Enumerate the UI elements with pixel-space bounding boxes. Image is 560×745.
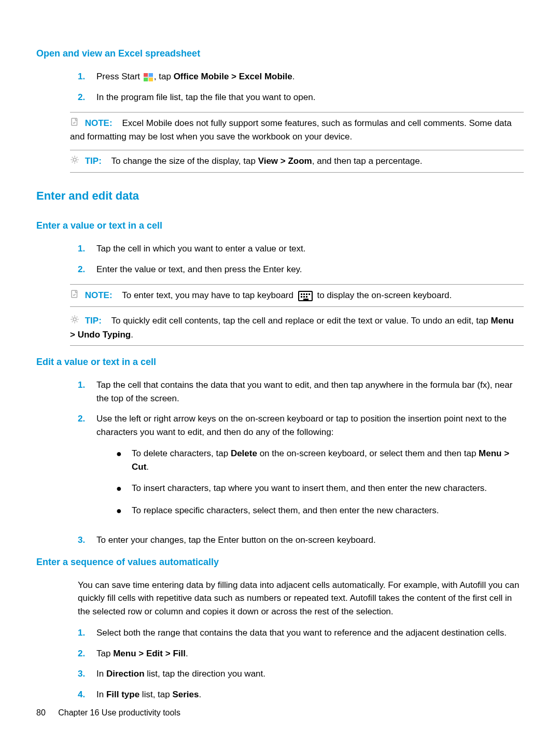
keyboard-icon [298,291,313,301]
sub-bullets: ● To delete characters, tap Delete on th… [116,447,524,518]
tip-callout: TIP: To quickly edit cell contents, tap … [70,314,524,346]
svg-rect-10 [72,290,77,298]
note-icon [70,289,79,303]
step-text: In Fill type list, tap Series. [96,688,524,701]
chapter-title: Chapter 16 Use productivity tools [58,708,180,717]
step-number: 1. [78,242,94,256]
text: . [292,72,295,81]
note-label: NOTE: [85,290,113,300]
bullet-text: To delete characters, tap Delete on the … [132,447,524,473]
svg-line-6 [72,157,73,158]
note-callout: NOTE: Excel Mobile does not fully suppor… [70,112,524,144]
bold-text: Office Mobile > Excel Mobile [174,72,292,81]
svg-line-18 [72,321,73,322]
list-item: 3. In Direction list, tap the direction … [78,667,524,681]
heading-enter-edit: Enter and edit data [36,187,524,204]
step-text: Use the left or right arrow keys on the … [96,412,524,526]
step-number: 1. [78,378,94,405]
list-item: 1. Select both the range that contains t… [78,626,524,640]
bullet-text: To replace specific characters, select t… [132,504,439,518]
tip-text: To quickly edit cell contents, tap the c… [70,316,514,339]
svg-line-17 [77,321,78,322]
note-icon [70,117,79,131]
list-item: ● To delete characters, tap Delete on th… [116,447,524,473]
list-item: 3. To enter your changes, tap the Enter … [78,533,524,547]
svg-point-11 [73,318,76,321]
svg-line-8 [72,161,73,162]
svg-line-9 [77,157,78,158]
svg-point-1 [73,158,76,161]
steps-sequence: 1. Select both the range that contains t… [78,626,524,701]
list-item: ● To replace specific characters, select… [116,504,524,518]
page-footer: 80 Chapter 16 Use productivity tools [36,707,180,719]
bullet: ● [116,447,132,473]
step-number: 1. [78,70,94,83]
list-item: 2. Use the left or right arrow keys on t… [78,412,524,526]
note-text: Excel Mobile does not fully support some… [70,118,512,142]
step-number: 2. [78,412,94,526]
list-item: 2. Tap Menu > Edit > Fill. [78,647,524,660]
note-callout: NOTE: To enter text, you may have to tap… [70,284,524,307]
text: Press Start [96,72,143,81]
step-number: 2. [78,647,94,660]
page-number: 80 [36,708,46,717]
svg-line-7 [77,161,78,162]
step-text: Select both the range that contains the … [96,626,524,640]
steps-enter-value: 1. Tap the cell in which you want to ent… [78,242,524,276]
svg-line-19 [77,317,78,318]
note-label: NOTE: [85,118,113,128]
list-item: 2. Enter the value or text, and then pre… [78,263,524,276]
bullet-text: To insert characters, tap where you want… [132,482,487,496]
svg-line-16 [72,317,73,318]
step-text: Tap Menu > Edit > Fill. [96,647,524,660]
steps-open-view: 1. Press Start , tap Office Mobile > Exc… [78,70,524,104]
bullet: ● [116,504,132,518]
tip-icon [70,315,79,328]
tip-icon [70,155,79,168]
list-item: ● To insert characters, tap where you wa… [116,482,524,496]
intro-text: You can save time entering data by filli… [78,579,524,619]
step-number: 4. [78,688,94,701]
heading-sequence: Enter a sequence of values automatically [36,555,524,569]
step-number: 2. [78,263,94,276]
tip-label: TIP: [85,156,102,166]
step-text: Tap the cell that contains the data that… [96,378,524,405]
step-text: In Direction list, tap the direction you… [96,667,524,681]
step-text: To enter your changes, tap the Enter but… [96,533,524,547]
step-text: Press Start , tap Office Mobile > Excel … [96,70,524,83]
step-number: 3. [78,667,94,681]
tip-text: To change the size of the display, tap V… [104,156,423,166]
heading-edit-value: Edit a value or text in a cell [36,355,524,369]
tip-callout: TIP: To change the size of the display, … [70,150,524,173]
step-number: 2. [78,91,94,104]
heading-open-view: Open and view an Excel spreadsheet [36,47,524,61]
step-text: In the program file list, tap the file t… [96,91,524,104]
steps-edit-value: 1. Tap the cell that contains the data t… [78,378,524,547]
list-item: 1. Tap the cell in which you want to ent… [78,242,524,256]
bullet: ● [116,482,132,496]
heading-enter-value: Enter a value or text in a cell [36,219,524,233]
text: , tap [154,72,174,81]
start-icon [144,73,153,81]
svg-rect-0 [72,118,77,125]
tip-label: TIP: [85,316,102,326]
list-item: 1. Tap the cell that contains the data t… [78,378,524,405]
list-item: 1. Press Start , tap Office Mobile > Exc… [78,70,524,83]
note-text: To enter text, you may have to tap keybo… [115,290,452,300]
step-text: Tap the cell in which you want to enter … [96,242,524,256]
step-text: Enter the value or text, and then press … [96,263,524,276]
step-number: 1. [78,626,94,640]
step-number: 3. [78,533,94,547]
list-item: 2. In the program file list, tap the fil… [78,91,524,104]
list-item: 4. In Fill type list, tap Series. [78,688,524,701]
